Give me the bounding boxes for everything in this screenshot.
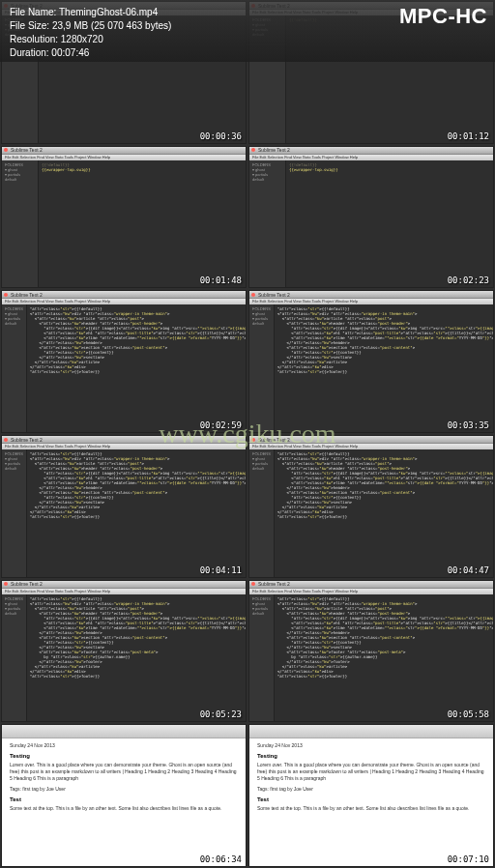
browser-chrome (2, 725, 246, 738)
thumb-8[interactable]: Sublime Text 2 File Edit Selection Find … (248, 435, 494, 578)
code-full: "attr">class="str">{{!default}}<"attr">c… (27, 449, 247, 577)
thumb-11[interactable]: Sunday 24 Nov 2013 Testing Lorem over. T… (1, 724, 247, 867)
code-full2: "attr">class="str">{{!default}}<"attr">c… (275, 594, 494, 722)
code-full2: "attr">class="str">{{!default}}<"attr">c… (27, 594, 247, 722)
info-header: MPC-HC File Name: ThemingGhost-06.mp4 Fi… (0, 0, 495, 62)
thumb-7[interactable]: Sublime Text 2 File Edit Selection Find … (1, 435, 247, 578)
thumb-5[interactable]: Sublime Text 2 File Edit Selection Find … (1, 290, 247, 433)
thumb-10[interactable]: Sublime Text 2 File Edit Selection Find … (248, 580, 494, 723)
code-full: "attr">class="str">{{!default}}<"attr">c… (27, 304, 247, 432)
player-logo: MPC-HC (399, 4, 487, 29)
thumb-12[interactable]: Sunday 24 Nov 2013 Testing Lorem over. T… (248, 724, 494, 867)
code-full: "attr">class="str">{{!default}}<"attr">c… (275, 449, 494, 577)
timestamp: 00:00:36 (200, 131, 242, 141)
thumb-6[interactable]: Sublime Text 2 File Edit Selection Find … (248, 290, 494, 433)
thumbnail-grid: Sublime Text 2 File Edit Selection Find … (0, 0, 495, 868)
thumb-3[interactable]: Sublime Text 2 File Edit Selection Find … (1, 146, 247, 289)
thumb-4[interactable]: Sublime Text 2 File Edit Selection Find … (248, 146, 494, 289)
code-full: "attr">class="str">{{!default}}<"attr">c… (275, 304, 494, 432)
thumb-9[interactable]: Sublime Text 2 File Edit Selection Find … (1, 580, 247, 723)
browser-body: Sunday 24 Nov 2013 Testing Lorem over. T… (2, 738, 246, 866)
